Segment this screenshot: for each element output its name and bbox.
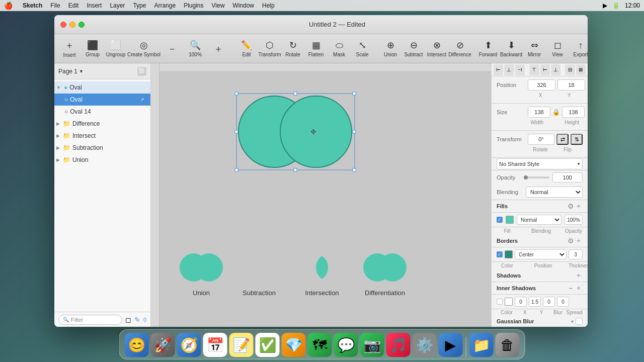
rotate-button[interactable]: ↻ Rotate bbox=[282, 36, 304, 61]
filter-edit-icon[interactable]: ✎ bbox=[134, 316, 140, 324]
border-thickness-input[interactable] bbox=[569, 249, 583, 259]
dock-reminders[interactable]: ✅ bbox=[256, 333, 280, 357]
shadows-add-button[interactable]: ＋ bbox=[575, 272, 583, 280]
fill-blend-select[interactable]: Normal bbox=[517, 215, 561, 225]
zoom-input[interactable]: 🔍 100% bbox=[184, 36, 206, 61]
dock-calendar[interactable]: 📅 bbox=[203, 333, 227, 357]
menu-plugins[interactable]: Plugins bbox=[184, 2, 203, 9]
intersect-button[interactable]: ⊗ Intersect bbox=[426, 36, 448, 61]
fill-opacity-input[interactable] bbox=[565, 215, 583, 225]
filter-options-icon[interactable]: ◻ bbox=[125, 316, 131, 324]
align-top-button[interactable]: ⊤ bbox=[529, 64, 539, 75]
distribute-h-button[interactable]: ⊟ bbox=[565, 64, 575, 75]
dock-facetime[interactable]: 📷 bbox=[360, 333, 384, 357]
inner-shadows-add-button[interactable]: ＋ bbox=[575, 284, 583, 292]
dock-messages[interactable]: 💬 bbox=[334, 333, 358, 357]
dock-quicktime[interactable]: ▶ bbox=[439, 333, 463, 357]
border-color-swatch[interactable] bbox=[505, 250, 513, 258]
distribute-v-button[interactable]: ⊠ bbox=[576, 64, 586, 75]
export-button[interactable]: ↑ Export bbox=[570, 36, 588, 61]
zoom-button[interactable] bbox=[78, 22, 85, 28]
menu-help[interactable]: Help bbox=[262, 2, 275, 9]
menu-sketch[interactable]: Sketch bbox=[23, 2, 42, 9]
align-center-h-button[interactable]: ⊥ bbox=[504, 64, 514, 75]
align-bottom-button[interactable]: ⊥ bbox=[551, 64, 560, 75]
page-selector[interactable]: Page 1 ▼ bbox=[58, 68, 84, 75]
menu-view[interactable]: View bbox=[212, 2, 225, 9]
menu-edit[interactable]: Edit bbox=[68, 2, 79, 9]
group-button[interactable]: ⬛ Group bbox=[82, 36, 104, 61]
rotate-input[interactable] bbox=[528, 134, 554, 145]
menu-insert[interactable]: Insert bbox=[87, 2, 102, 9]
opacity-slider[interactable] bbox=[524, 176, 549, 178]
width-input[interactable] bbox=[528, 107, 550, 118]
position-x-input[interactable] bbox=[528, 79, 555, 90]
menu-layer[interactable]: Layer bbox=[110, 2, 125, 9]
borders-settings-button[interactable]: ⚙ bbox=[567, 237, 575, 245]
dock-safari[interactable]: 🧭 bbox=[177, 333, 201, 357]
scale-button[interactable]: ⤡ Scale bbox=[351, 36, 373, 61]
dock-maps[interactable]: 🗺 bbox=[308, 333, 332, 357]
borders-add-button[interactable]: ＋ bbox=[575, 237, 583, 245]
zoom-minus-button[interactable]: － bbox=[161, 36, 183, 61]
forward-button[interactable]: ⬆ Forward bbox=[477, 36, 499, 61]
dock-sketch[interactable]: 💎 bbox=[282, 333, 306, 357]
edit-button[interactable]: ✏️ Edit bbox=[235, 36, 258, 61]
transform-button[interactable]: ⬡ Transform bbox=[259, 36, 281, 61]
inner-shadow-x[interactable] bbox=[515, 297, 527, 307]
lock-icon[interactable]: 🔒 bbox=[552, 109, 560, 116]
dock-notes[interactable]: 📝 bbox=[229, 333, 254, 357]
menu-window[interactable]: Window bbox=[232, 2, 254, 9]
create-symbol-button[interactable]: ◎ Create Symbol bbox=[133, 36, 155, 61]
gaussian-blur-checkbox[interactable] bbox=[576, 318, 583, 325]
layer-item-difference[interactable]: ▶ 📁 Difference bbox=[54, 118, 150, 130]
close-button[interactable] bbox=[60, 22, 66, 28]
dock-finder[interactable]: 😊 bbox=[125, 333, 149, 357]
insert-button[interactable]: ＋ Insert bbox=[58, 36, 80, 61]
menu-file[interactable]: File bbox=[50, 2, 60, 9]
fill-color-swatch[interactable] bbox=[506, 216, 514, 224]
inner-shadow-y[interactable] bbox=[529, 297, 541, 307]
blending-select[interactable]: Normal bbox=[526, 187, 583, 198]
union-button[interactable]: ⊕ Union bbox=[379, 36, 401, 61]
layer-item-oval-group[interactable]: ▼ ● Oval bbox=[54, 81, 150, 94]
layer-item-oval[interactable]: ○ Oval ↗ bbox=[54, 94, 150, 106]
dock-trash[interactable]: 🗑 bbox=[496, 333, 520, 357]
difference-button[interactable]: ⊘ Difference bbox=[449, 36, 471, 61]
fills-settings-button[interactable]: ⚙ bbox=[567, 202, 575, 210]
inner-shadow-checkbox[interactable] bbox=[497, 299, 503, 305]
layer-item-subtract[interactable]: ▶ 📁 Subtraction bbox=[54, 142, 150, 154]
ungroup-button[interactable]: ⬜ Ungroup bbox=[105, 36, 127, 61]
border-checkbox[interactable]: ✓ bbox=[497, 251, 503, 257]
menu-type[interactable]: Type bbox=[133, 2, 146, 9]
dock-prefs[interactable]: ⚙️ bbox=[413, 333, 437, 357]
gaussian-blur-arrow[interactable]: ▾ bbox=[571, 319, 574, 324]
position-y-input[interactable] bbox=[557, 79, 585, 90]
fill-checkbox[interactable]: ✓ bbox=[497, 217, 503, 223]
minimize-button[interactable] bbox=[69, 22, 75, 28]
align-right-button[interactable]: ⊣ bbox=[515, 64, 525, 75]
flip-h-button[interactable]: ⇄ bbox=[556, 134, 569, 145]
mirror-button[interactable]: ⇔ Mirror bbox=[523, 36, 545, 61]
inner-shadow-blur[interactable] bbox=[543, 297, 555, 307]
inner-shadows-delete-button[interactable]: − bbox=[567, 284, 575, 292]
dock-launchpad[interactable]: 🚀 bbox=[151, 333, 175, 357]
subtract-button[interactable]: ⊖ Subtract bbox=[403, 36, 425, 61]
dock-music[interactable]: 🎵 bbox=[386, 333, 411, 357]
opacity-input[interactable] bbox=[552, 172, 583, 183]
zoom-plus-button[interactable]: ＋ bbox=[207, 36, 229, 61]
dock-finder2[interactable]: 📁 bbox=[469, 333, 494, 357]
layer-item-intersect[interactable]: ▶ 📁 Intersect bbox=[54, 130, 150, 142]
inner-shadow-spread[interactable] bbox=[557, 297, 569, 307]
layer-item-oval14[interactable]: ○ Oval 14 bbox=[54, 106, 150, 118]
menu-arrange[interactable]: Arrange bbox=[154, 2, 176, 9]
align-center-v-button[interactable]: ⊢ bbox=[540, 64, 550, 75]
border-position-select[interactable]: Center bbox=[515, 249, 567, 259]
flip-v-button[interactable]: ⇅ bbox=[571, 134, 583, 145]
inner-shadow-color[interactable] bbox=[505, 298, 513, 306]
layer-item-union[interactable]: ▶ 📁 Union bbox=[54, 154, 150, 166]
filter-input[interactable]: 🔍 Filter bbox=[58, 315, 122, 325]
mask-button[interactable]: ⬭ Mask bbox=[328, 36, 350, 61]
backward-button[interactable]: ⬇ Backward bbox=[500, 36, 522, 61]
flatten-button[interactable]: ▦ Flatten bbox=[305, 36, 327, 61]
